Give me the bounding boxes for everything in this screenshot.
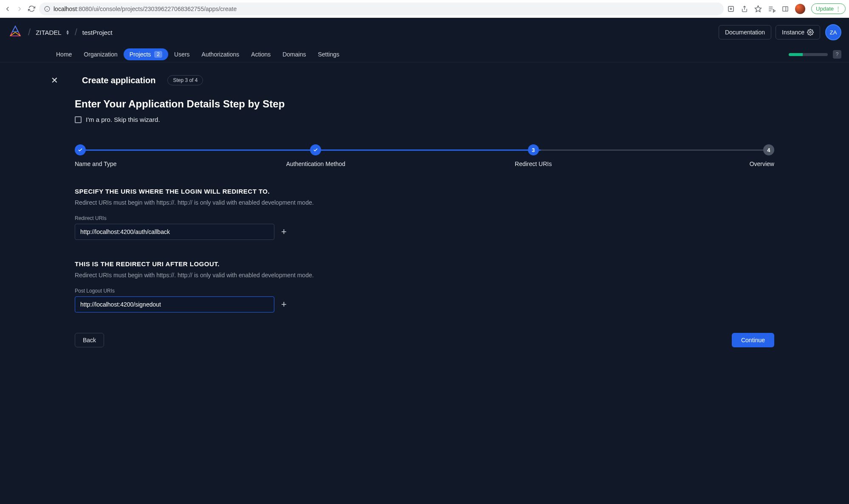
step-2[interactable]: Authentication Method — [292, 144, 339, 167]
bookmark-icon[interactable] — [754, 5, 762, 13]
step-number: 3 — [528, 144, 539, 155]
step-indicator: Step 3 of 4 — [167, 75, 203, 85]
onboarding-progress — [789, 53, 828, 56]
check-icon — [75, 144, 86, 155]
url-path: :8080/ui/console/projects/23039622706836… — [77, 6, 237, 12]
check-icon — [310, 144, 321, 155]
playlist-icon[interactable] — [768, 5, 776, 13]
breadcrumb-separator: / — [28, 27, 31, 38]
browser-refresh-icon[interactable] — [27, 5, 36, 13]
info-icon — [44, 6, 50, 12]
tab-projects[interactable]: Projects 2 — [124, 48, 168, 60]
user-avatar[interactable]: ZA — [825, 24, 841, 40]
url-bar[interactable]: localhost:8080/ui/console/projects/23039… — [39, 3, 724, 15]
skip-wizard-label: I'm a pro. Skip this wizard. — [86, 116, 160, 123]
project-name[interactable]: testProject — [82, 29, 113, 36]
page-subtitle: Enter Your Application Details Step by S… — [75, 98, 798, 110]
step-3[interactable]: 3 Redirect URIs — [510, 144, 557, 167]
gear-icon — [807, 29, 814, 36]
help-button[interactable]: ? — [833, 50, 841, 59]
tab-domains[interactable]: Domains — [276, 47, 312, 62]
tab-settings[interactable]: Settings — [312, 47, 345, 62]
projects-count-badge: 2 — [154, 51, 162, 58]
browser-forward-icon — [15, 5, 24, 13]
step-4: 4 Overview — [728, 144, 774, 167]
back-button[interactable]: Back — [75, 333, 104, 347]
tab-organization[interactable]: Organization — [78, 47, 123, 62]
continue-button[interactable]: Continue — [732, 333, 774, 347]
skip-wizard-checkbox[interactable] — [75, 116, 82, 123]
step-1[interactable]: Name and Type — [75, 144, 121, 167]
close-icon[interactable]: ✕ — [51, 75, 58, 85]
logout-section-desc: Redirect URIs must begin with https://. … — [75, 272, 774, 279]
redirect-uris-label: Redirect URIs — [75, 215, 774, 221]
post-logout-uris-label: Post Logout URIs — [75, 288, 774, 294]
browser-back-icon[interactable] — [3, 5, 12, 13]
tab-actions[interactable]: Actions — [245, 47, 276, 62]
skip-wizard-row[interactable]: I'm a pro. Skip this wizard. — [75, 116, 798, 123]
documentation-button[interactable]: Documentation — [719, 25, 771, 39]
tab-users[interactable]: Users — [168, 47, 196, 62]
tab-authorizations[interactable]: Authorizations — [196, 47, 245, 62]
share-icon[interactable] — [741, 5, 748, 13]
update-button[interactable]: Update ⋮ — [811, 3, 846, 14]
org-name: ZITADEL — [36, 29, 62, 36]
app-logo-icon[interactable] — [8, 25, 23, 40]
redirect-section-desc: Redirect URIs must begin with https://. … — [75, 199, 774, 206]
step-number: 4 — [763, 144, 774, 155]
redirect-uri-input[interactable] — [75, 224, 274, 240]
page-title: Create application — [82, 76, 155, 85]
url-host: localhost — [54, 6, 77, 12]
logout-section-title: THIS IS THE REDIRECT URI AFTER LOGOUT. — [75, 260, 774, 267]
svg-marker-4 — [755, 6, 762, 11]
install-icon[interactable] — [727, 5, 735, 13]
breadcrumb-separator: / — [75, 27, 77, 38]
instance-button[interactable]: Instance — [776, 25, 820, 39]
svg-marker-8 — [773, 9, 776, 12]
svg-point-11 — [810, 31, 811, 33]
chevron-updown-icon: ▲▼ — [66, 30, 70, 35]
post-logout-uri-input[interactable] — [75, 296, 274, 313]
org-selector[interactable]: ZITADEL ▲▼ — [36, 29, 70, 36]
profile-avatar-icon[interactable] — [795, 4, 805, 14]
menu-dots-icon: ⋮ — [835, 6, 841, 12]
redirect-section-title: SPECIFY THE URIS WHERE THE LOGIN WILL RE… — [75, 188, 774, 195]
add-redirect-uri-button[interactable]: + — [281, 226, 287, 237]
panel-icon[interactable] — [781, 5, 789, 13]
update-label: Update — [816, 6, 834, 12]
add-post-logout-uri-button[interactable]: + — [281, 299, 287, 310]
svg-rect-9 — [783, 6, 788, 11]
tab-home[interactable]: Home — [50, 47, 78, 62]
